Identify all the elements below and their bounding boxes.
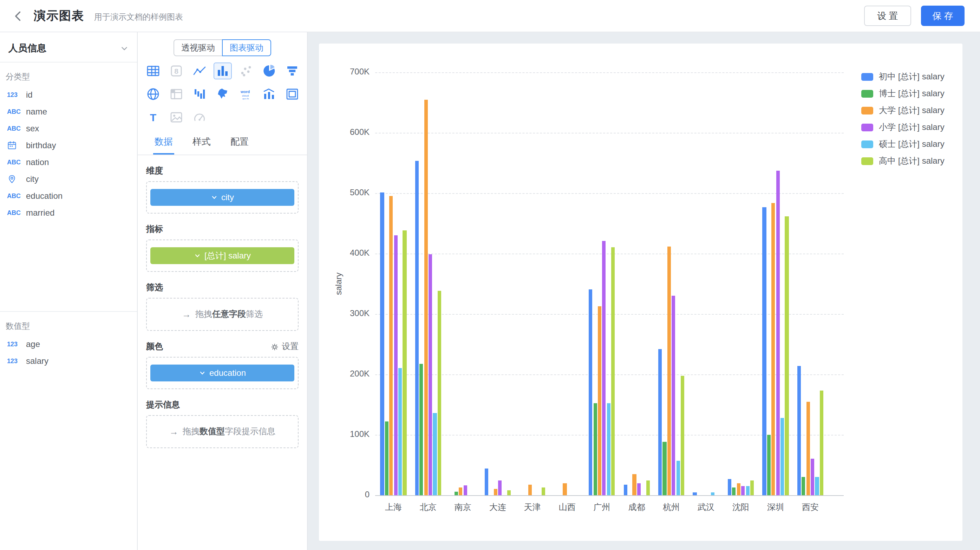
- section-label-numeric: 数值型: [0, 321, 137, 332]
- bar-北京-series-1: [420, 364, 423, 495]
- metric-drop-zone[interactable]: [总计] salary: [146, 240, 299, 272]
- bar-西安-series-0: [797, 366, 801, 495]
- color-pill[interactable]: education: [150, 364, 294, 382]
- legend-label: 小学 [总计] salary: [879, 121, 945, 133]
- bar-西安-series-1: [802, 477, 805, 495]
- y-tick-label: 700K: [319, 67, 369, 76]
- text-abc-icon: ABC: [7, 192, 26, 199]
- table-icon[interactable]: [144, 62, 162, 79]
- y-tick-label: 100K: [319, 429, 369, 439]
- svg-text:T: T: [150, 112, 156, 123]
- tab-pivot-driven[interactable]: 透视驱动: [173, 39, 223, 56]
- dimension-drop-zone[interactable]: city: [146, 181, 299, 213]
- field-label: city: [26, 174, 39, 184]
- chevron-down-icon: [211, 194, 218, 201]
- field-item-id[interactable]: 123id: [0, 86, 137, 103]
- section-label-categorical: 分类型: [0, 72, 137, 82]
- color-drop-zone[interactable]: education: [146, 357, 299, 389]
- bar-山西-series-2: [563, 483, 566, 495]
- filter-label: 筛选: [146, 282, 299, 293]
- bar-广州-series-4: [607, 404, 610, 495]
- field-item-birthday[interactable]: birthday: [0, 137, 137, 154]
- field-item-age[interactable]: 123age: [0, 336, 137, 353]
- y-tick-label: 200K: [319, 369, 369, 378]
- header-bar: 演示图表 用于演示文档的样例图表 设 置 保 存: [0, 0, 980, 32]
- settings-button[interactable]: 设 置: [864, 6, 911, 26]
- bar-杭州-series-5: [681, 375, 684, 495]
- text-icon[interactable]: T: [144, 109, 162, 126]
- field-item-city[interactable]: city: [0, 171, 137, 188]
- categorical-field-list: 123idABCnameABCsexbirthdayABCnationcityA…: [0, 86, 137, 221]
- dimension-pill[interactable]: city: [150, 189, 294, 206]
- legend-item[interactable]: 高中 [总计] salary: [861, 156, 945, 166]
- line-chart-icon[interactable]: [190, 62, 208, 79]
- bar-深圳-series-3: [776, 171, 780, 495]
- bar-chart-icon[interactable]: [213, 62, 231, 79]
- y-tick-label: 300K: [319, 308, 369, 318]
- numeric-123-icon: 123: [7, 358, 26, 364]
- map-chart-icon[interactable]: [213, 86, 231, 103]
- chart-legend: 初中 [总计] salary博士 [总计] salary大学 [总计] sala…: [861, 72, 945, 166]
- dataset-header[interactable]: 人员信息: [8, 39, 129, 57]
- word-cloud-icon[interactable]: wordcloudapm fb: [236, 86, 255, 103]
- field-label: id: [26, 90, 33, 100]
- funnel-chart-icon[interactable]: [283, 62, 301, 79]
- color-label: 颜色 设置: [146, 342, 299, 352]
- waterfall-chart-icon[interactable]: [190, 86, 208, 103]
- page-subtitle: 用于演示文档的样例图表: [94, 11, 183, 22]
- bar-广州-series-0: [589, 289, 592, 495]
- tab-data[interactable]: 数据: [153, 133, 174, 154]
- field-item-salary[interactable]: 123salary: [0, 353, 137, 369]
- bar-深圳-series-4: [781, 418, 784, 495]
- tooltip-label: 提示信息: [146, 400, 299, 410]
- image-icon[interactable]: [167, 109, 185, 126]
- border-frame-icon[interactable]: [283, 86, 301, 103]
- numeric-123-icon: 123: [7, 91, 26, 99]
- combo-chart-icon[interactable]: [259, 86, 278, 103]
- bar-广州-series-1: [593, 404, 597, 495]
- bar-南京-series-2: [459, 488, 462, 495]
- field-item-married[interactable]: ABCmarried: [0, 204, 137, 221]
- filter-drop-zone[interactable]: → 拖拽任意字段筛选: [146, 298, 299, 331]
- legend-item[interactable]: 小学 [总计] salary: [861, 122, 945, 132]
- bar-上海-series-3: [394, 235, 397, 495]
- chart-canvas-area: salary 初中 [总计] salary博士 [总计] salary大学 [总…: [308, 32, 980, 550]
- field-item-name[interactable]: ABCname: [0, 103, 137, 120]
- field-item-sex[interactable]: ABCsex: [0, 120, 137, 137]
- color-settings-button[interactable]: 设置: [270, 341, 299, 353]
- field-label: education: [26, 191, 62, 201]
- bar-北京-series-0: [415, 161, 419, 495]
- save-button[interactable]: 保 存: [921, 6, 964, 26]
- legend-item[interactable]: 初中 [总计] salary: [861, 72, 945, 81]
- kpi-number-icon[interactable]: 8: [167, 62, 185, 79]
- pivot-table-icon[interactable]: [167, 86, 185, 103]
- bar-上海-series-0: [380, 192, 384, 495]
- bar-上海-series-2: [389, 196, 393, 495]
- legend-item[interactable]: 硕士 [总计] salary: [861, 139, 945, 149]
- legend-label: 博士 [总计] salary: [879, 87, 945, 99]
- chevron-down-icon: [199, 369, 206, 377]
- bar-北京-series-2: [424, 99, 428, 495]
- bar-深圳-series-5: [785, 216, 789, 495]
- bar-成都-series-3: [637, 483, 641, 495]
- svg-text:apm fb: apm fb: [242, 98, 249, 100]
- pie-chart-icon[interactable]: [259, 62, 278, 79]
- svg-text:8: 8: [174, 67, 178, 75]
- tab-style[interactable]: 样式: [191, 133, 212, 154]
- field-item-education[interactable]: ABCeducation: [0, 188, 137, 204]
- tooltip-drop-zone[interactable]: → 拖拽数值型字段提示信息: [146, 415, 299, 448]
- tab-chart-driven[interactable]: 图表驱动: [222, 39, 271, 56]
- back-button[interactable]: [10, 7, 27, 24]
- tab-config[interactable]: 配置: [229, 133, 250, 154]
- radar-chart-icon[interactable]: [144, 86, 162, 103]
- divider: [0, 62, 137, 62]
- legend-item[interactable]: 大学 [总计] salary: [861, 105, 945, 115]
- bar-成都-series-0: [624, 484, 627, 495]
- scatter-chart-icon[interactable]: [236, 62, 255, 79]
- bar-沈阳-series-0: [728, 479, 731, 495]
- metric-pill[interactable]: [总计] salary: [150, 247, 294, 264]
- legend-item[interactable]: 博士 [总计] salary: [861, 89, 945, 99]
- field-item-nation[interactable]: ABCnation: [0, 154, 137, 171]
- gauge-chart-icon[interactable]: [190, 109, 208, 126]
- bar-北京-series-3: [428, 254, 432, 495]
